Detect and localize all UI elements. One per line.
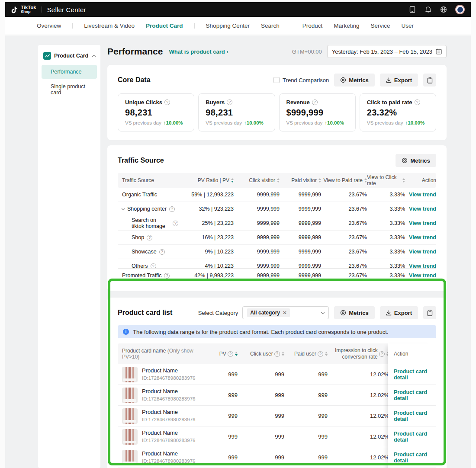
nav-livestream-video[interactable]: Livestream & Video [84,22,135,29]
column-traffic-source: Traffic Source [118,177,178,183]
notification-bell-icon[interactable] [424,6,432,13]
metrics-button[interactable]: Metrics [396,154,436,167]
nav-service[interactable]: Service [371,22,390,29]
metrics-button[interactable]: Metrics [334,306,375,319]
product-card-list-title: Product card list [118,309,172,317]
metric-card-unique-clicks: Unique Clicks? 98,231 VS previous day↑10… [118,93,194,131]
help-icon[interactable]: ? [169,206,175,212]
table-row: Shopping center? 32% | 923,223 9999,999 … [118,202,436,216]
delta-up-value: ↑10.00% [325,120,344,125]
product-image [122,388,138,403]
column-action: Action [388,343,436,364]
traffic-table-header: Traffic Source PV Ratio | PV Click visit… [118,173,436,188]
delta-up-value: ↑10.00% [244,120,264,125]
help-icon[interactable]: ? [379,351,385,357]
product-card-chart-icon [43,52,51,60]
product-image [122,367,138,382]
metric-value: 98,231 [206,108,267,118]
help-icon[interactable]: ? [151,263,156,269]
traffic-table-body[interactable]: Organic Traffic 59% | 12,993,223 9999,99… [118,188,436,268]
metric-card-revenue: Revenue? $999,999 VS previous day↑10.00% [279,93,356,131]
mobile-app-icon[interactable] [408,6,416,13]
help-icon[interactable]: ? [147,235,152,240]
product-card-detail-link[interactable]: Product card detail [394,452,436,464]
help-icon[interactable]: ? [312,99,318,105]
help-icon[interactable]: ? [227,99,232,105]
nav-search[interactable]: Search [261,22,280,29]
help-icon[interactable]: ? [274,351,280,357]
column-view-to-paid-rate[interactable]: View to Paid rate [321,177,367,183]
nav-divider [72,23,73,29]
avatar-image [457,7,463,13]
nav-marketing[interactable]: Marketing [334,22,359,29]
table-row: Others? 4% | 10,223 9999,999 9999,999 23… [118,259,436,268]
export-button[interactable]: Export [380,74,418,87]
product-image [122,429,138,445]
sidebar-section-product-card[interactable]: Product Card [42,51,97,65]
help-icon[interactable]: ? [228,351,233,357]
table-row: Showcase? 9% | 10,223 9999,999 9999,999 … [118,245,436,259]
view-trend-link[interactable]: View trend [409,220,436,226]
copy-clipboard-button[interactable] [423,74,436,87]
language-globe-icon[interactable] [440,6,447,13]
copy-clipboard-button[interactable] [423,306,436,319]
checkbox-icon[interactable] [273,77,280,83]
chevron-up-icon [92,54,96,58]
column-click-user[interactable]: Click user ? [238,351,284,357]
column-click-visitor[interactable]: Click visitor [234,177,280,183]
column-impression-to-click[interactable]: Impression to clickconversion rate ? [328,347,389,360]
account-avatar[interactable] [455,5,465,14]
expand-chevron-icon[interactable] [122,207,125,210]
column-view-to-click-rate[interactable]: View to Click rate [367,174,405,186]
info-banner: i The following data range is for the pr… [118,325,436,338]
help-icon[interactable]: ? [415,99,420,105]
page-title: Performance [107,46,163,57]
product-card-detail-link[interactable]: Product card detail [394,389,436,401]
view-trend-link[interactable]: View trend [409,249,436,255]
product-card-detail-link[interactable]: Product card detail [394,410,436,422]
app-window: TikTok Shop Seller Center Overview Lives… [5,2,471,468]
table-row: Shop? 16% | 23,223 9999,999 9999,999 23.… [118,231,436,245]
view-trend-link[interactable]: View trend [409,206,436,212]
date-range-picker[interactable]: Yesterday: Feb 15, 2023 – Feb 15, 2023 [327,45,447,58]
trend-comparison-checkbox[interactable]: Trend Comparison [273,77,329,83]
page-header: Performance What is product card› GTM+00… [107,45,447,58]
sidebar-item-performance[interactable]: Performance [42,65,97,79]
select-category-label: Select Category [198,310,238,316]
export-button[interactable]: Export [380,306,418,319]
view-trend-link[interactable]: View trend [409,192,436,198]
sidebar-item-single-product-card[interactable]: Single product card [42,80,97,99]
column-pv-ratio-pv[interactable]: PV Ratio | PV [178,177,234,183]
tiktok-note-icon [11,6,19,14]
metric-card-click-to-paid-rate: Click to paid rate? 23.32% VS previous d… [360,93,436,131]
product-card-detail-link[interactable]: Product card detail [394,369,436,381]
view-trend-link[interactable]: View trend [409,234,436,240]
product-table: Product card name (Only show PV>10) PV ?… [118,343,436,468]
nav-product[interactable]: Product [302,22,323,29]
nav-product-card[interactable]: Product Card [146,22,183,29]
remove-chip-icon[interactable]: ✕ [283,310,287,316]
help-icon[interactable]: ? [318,351,323,357]
view-trend-link[interactable]: View trend [409,263,436,268]
nav-overview[interactable]: Overview [37,22,61,29]
product-card-detail-link[interactable]: Product card detail [394,431,436,443]
help-icon[interactable]: ? [173,221,178,226]
what-is-product-card-link[interactable]: What is product card› [169,48,228,55]
chevron-down-icon [321,311,325,314]
category-chip: All category✕ [247,308,290,317]
table-row: Search on tiktok homage? 25% | 23,223 99… [118,216,436,231]
delta-up-value: ↑10.00% [164,120,183,125]
nav-shopping-center[interactable]: Shopping Center [206,22,250,29]
view-trend-link[interactable]: View trend [409,272,436,279]
help-icon[interactable]: ? [164,99,170,105]
help-icon[interactable]: ? [159,249,165,255]
category-select[interactable]: All category✕ [242,306,329,319]
column-paid-visitor[interactable]: Paid visitor [280,177,321,183]
tiktok-shop-logo[interactable]: TikTok Shop [11,5,36,14]
column-pv[interactable]: PV ? [211,351,238,357]
date-range-value: Yesterday: Feb 15, 2023 – Feb 15, 2023 [332,48,432,55]
nav-user[interactable]: User [402,22,414,29]
help-icon[interactable]: ? [164,273,170,279]
column-paid-user[interactable]: Paid user ? [284,351,328,357]
metrics-button[interactable]: Metrics [334,74,375,87]
